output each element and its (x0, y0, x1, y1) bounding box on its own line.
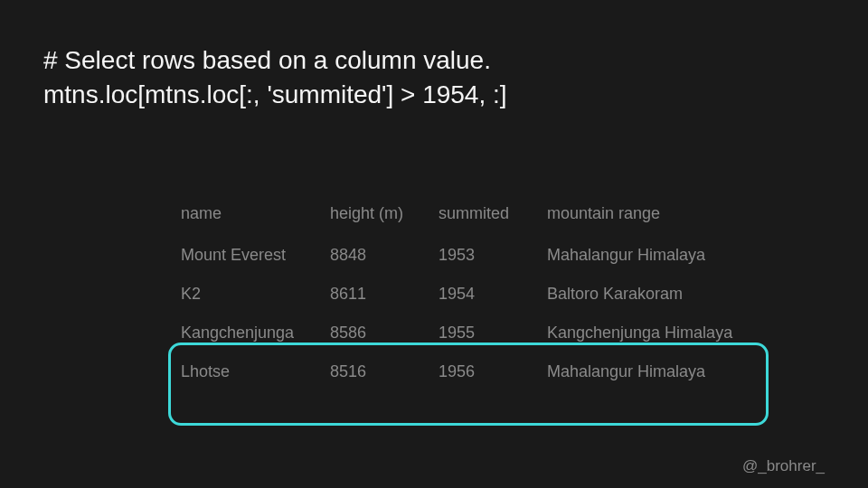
cell-summited: 1956 (439, 352, 547, 391)
cell-height: 8516 (330, 352, 439, 391)
cell-range: Kangchenjunga Himalaya (547, 314, 764, 352)
table-row: Kangchenjunga 8586 1955 Kangchenjunga Hi… (181, 314, 764, 352)
data-table: name height (m) summited mountain range … (181, 194, 764, 391)
table-row: Lhotse 8516 1956 Mahalangur Himalaya (181, 352, 764, 391)
code-expression: mtns.loc[mtns.loc[:, 'summited'] > 1954,… (43, 78, 825, 112)
cell-summited: 1953 (439, 236, 547, 275)
table-row: K2 8611 1954 Baltoro Karakoram (181, 275, 764, 314)
cell-height: 8611 (330, 275, 439, 314)
slide: # Select rows based on a column value. m… (0, 0, 868, 488)
cell-summited: 1955 (439, 314, 547, 352)
cell-height: 8848 (330, 236, 439, 275)
cell-range: Mahalangur Himalaya (547, 352, 764, 391)
code-snippet: # Select rows based on a column value. m… (43, 43, 825, 112)
cell-name: Mount Everest (181, 236, 330, 275)
header-name: name (181, 194, 330, 236)
data-table-container: name height (m) summited mountain range … (181, 194, 764, 391)
header-range: mountain range (547, 194, 764, 236)
header-summited: summited (439, 194, 547, 236)
cell-range: Mahalangur Himalaya (547, 236, 764, 275)
table-header-row: name height (m) summited mountain range (181, 194, 764, 236)
cell-name: K2 (181, 275, 330, 314)
cell-name: Lhotse (181, 352, 330, 391)
cell-summited: 1954 (439, 275, 547, 314)
table-row: Mount Everest 8848 1953 Mahalangur Himal… (181, 236, 764, 275)
code-comment: # Select rows based on a column value. (43, 43, 825, 78)
cell-height: 8586 (330, 314, 439, 352)
cell-name: Kangchenjunga (181, 314, 330, 352)
header-height: height (m) (330, 194, 439, 236)
attribution: @_brohrer_ (742, 457, 825, 475)
cell-range: Baltoro Karakoram (547, 275, 764, 314)
